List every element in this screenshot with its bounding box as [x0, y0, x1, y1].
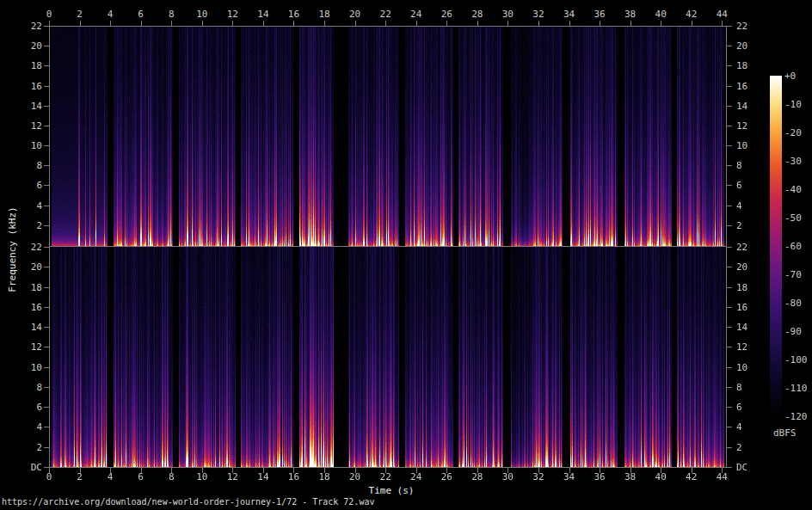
time-tick-top — [263, 21, 264, 26]
freq-tick-label-right: 6 — [736, 181, 742, 190]
x-tick-label-top: 28 — [471, 9, 483, 19]
freq-tick-label-left: 16 — [15, 81, 42, 90]
freq-tick-left — [44, 165, 49, 166]
freq-tick-right — [727, 287, 732, 288]
freq-tick-label-right: 6 — [736, 402, 742, 412]
freq-tick-right — [727, 327, 732, 328]
freq-tick-label-left: 6 — [15, 402, 42, 412]
freq-tick-left — [44, 387, 49, 388]
time-tick-top — [538, 21, 539, 26]
freq-tick-label-left: 4 — [15, 422, 42, 432]
x-tick-label-bottom: 0 — [46, 472, 52, 482]
freq-tick-right — [727, 126, 732, 126]
x-tick-label-bottom: 14 — [257, 472, 268, 482]
x-tick-label-bottom: 12 — [227, 472, 238, 482]
x-tick-label-bottom: 26 — [441, 472, 452, 482]
time-tick-top — [416, 21, 417, 26]
x-tick-label-top: 8 — [169, 9, 175, 19]
time-tick-top — [569, 21, 570, 26]
x-tick-label-bottom: 40 — [655, 472, 667, 482]
freq-tick-label-left: 22 — [15, 243, 42, 252]
x-tick-label-top: 22 — [380, 9, 391, 19]
x-tick-label-bottom: 24 — [410, 472, 421, 482]
time-tick-top — [385, 21, 386, 26]
time-tick-top — [355, 21, 356, 26]
time-tick-top — [110, 21, 111, 26]
freq-tick-right — [727, 427, 732, 427]
time-tick-top — [202, 21, 203, 26]
freq-tick-label-left: 2 — [15, 220, 42, 230]
freq-tick-label-right: 18 — [736, 282, 747, 292]
freq-tick-label-right: 18 — [736, 61, 747, 71]
x-tick-label-top: 20 — [349, 9, 360, 19]
time-tick-top — [631, 21, 631, 26]
freq-tick-right — [727, 185, 732, 186]
x-tick-label-top: 42 — [686, 9, 697, 19]
freq-tick-right — [727, 145, 732, 146]
colorbar-tick-label: -20 — [784, 128, 802, 138]
time-tick-top — [477, 21, 478, 26]
x-tick-label-bottom: 28 — [471, 472, 483, 482]
x-tick-label-top: 16 — [288, 9, 299, 19]
colorbar-tick-label: -60 — [784, 242, 802, 251]
x-tick-label-top: 2 — [77, 9, 83, 19]
x-tick-label-top: 40 — [655, 9, 667, 19]
freq-tick-left — [44, 347, 49, 347]
freq-tick-label-right: 10 — [736, 141, 747, 151]
freq-tick-left — [44, 267, 49, 267]
freq-tick-label-right: 2 — [736, 220, 742, 230]
freq-tick-left — [44, 367, 49, 368]
x-tick-label-bottom: 36 — [594, 472, 605, 482]
freq-tick-left — [44, 287, 49, 288]
colorbar-tick-label: -80 — [784, 298, 802, 308]
x-tick-label-bottom: 32 — [532, 472, 544, 482]
freq-tick-label-left: 4 — [15, 200, 42, 210]
x-tick-label-bottom: 34 — [563, 472, 575, 482]
source-url-text: https://archive.org/download/new-world-o… — [2, 497, 374, 507]
colorbar-tick-label: -70 — [784, 270, 802, 280]
freq-tick-left — [44, 327, 49, 328]
freq-tick-right — [727, 225, 732, 226]
freq-tick-label-left: 14 — [15, 101, 42, 110]
x-tick-label-bottom: 22 — [380, 472, 391, 482]
freq-tick-left — [44, 185, 49, 186]
time-tick-top — [232, 21, 233, 26]
x-tick-label-bottom: 20 — [349, 472, 360, 482]
freq-tick-left — [44, 106, 49, 107]
time-tick-top — [508, 21, 508, 26]
freq-tick-right — [727, 467, 732, 468]
colorbar-tick-label: -110 — [784, 384, 808, 393]
freq-tick-label-right: DC — [736, 463, 747, 472]
x-tick-label-top: 4 — [108, 9, 114, 19]
freq-tick-left — [44, 145, 49, 146]
freq-tick-label-left: 16 — [15, 302, 42, 311]
freq-tick-right — [727, 165, 732, 166]
freq-tick-label-right: 20 — [736, 41, 747, 51]
spectrogram-window: 0022446688101012121414161618182020222224… — [0, 0, 812, 510]
freq-tick-left — [44, 26, 49, 27]
freq-tick-right — [727, 447, 732, 448]
freq-tick-label-right: 8 — [736, 161, 742, 170]
time-tick-top — [171, 21, 172, 26]
freq-tick-label-right: 10 — [736, 362, 747, 372]
channel-separator-line — [49, 246, 727, 247]
x-tick-label-top: 36 — [594, 9, 605, 19]
x-tick-label-top: 12 — [227, 9, 238, 19]
x-axis-title: Time (s) — [369, 485, 415, 496]
freq-tick-left — [44, 46, 49, 46]
spectrogram-heatmap — [49, 26, 727, 468]
freq-tick-left — [44, 206, 49, 206]
freq-tick-label-right: 16 — [736, 81, 747, 90]
freq-tick-label-right: 2 — [736, 442, 742, 452]
freq-tick-label-right: 4 — [736, 200, 742, 210]
freq-tick-label-left: 12 — [15, 120, 42, 130]
freq-tick-label-left: 20 — [15, 262, 42, 272]
freq-tick-right — [727, 367, 732, 368]
time-tick-top — [661, 21, 661, 26]
freq-tick-left — [44, 126, 49, 126]
colorbar-tick-label: +0 — [784, 71, 796, 81]
colorbar-tick-label: -100 — [784, 355, 808, 365]
time-tick-top — [722, 21, 723, 26]
time-tick-top — [49, 21, 50, 26]
freq-tick-right — [727, 307, 732, 308]
